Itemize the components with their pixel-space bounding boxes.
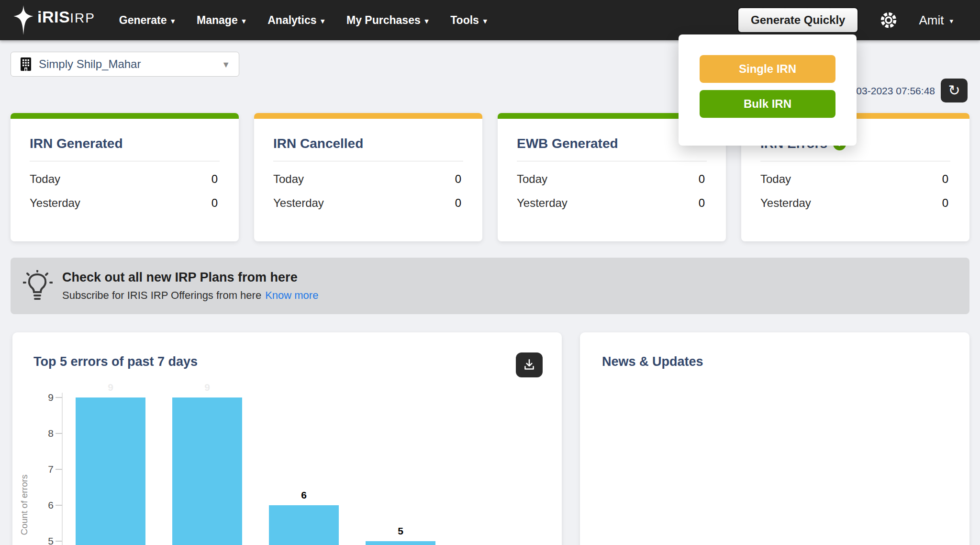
stat-row-today: Today 0	[760, 167, 950, 191]
y-axis-tick-label: 6	[33, 500, 54, 511]
navbar-right: Generate Quickly Amit ▾	[737, 7, 953, 33]
y-axis-tick-mark	[56, 469, 62, 470]
menu-label: Analytics	[267, 14, 316, 27]
news-title: News & Updates	[602, 354, 703, 369]
banner-subtitle-text: Subscribe for IRIS IRP Offerings from he…	[62, 289, 261, 301]
stat-value: 0	[455, 196, 463, 210]
dashboard-page: iRISIRP Generate ▾ Manage ▾ Analytics ▾ …	[0, 0, 980, 545]
menu-item-analytics[interactable]: Analytics ▾	[267, 14, 324, 27]
refresh-icon: ↻	[948, 83, 960, 98]
irp-plans-banner: Check out all new IRP Plans from here Su…	[11, 258, 969, 314]
stat-value: 0	[212, 172, 220, 186]
bar	[269, 505, 339, 545]
chevron-down-icon: ▾	[483, 17, 487, 24]
brand-name: iRIS	[37, 8, 70, 26]
menu-label: Generate	[119, 14, 167, 27]
stat-value: 0	[699, 196, 707, 210]
stat-value: 0	[212, 196, 220, 210]
building-icon	[20, 57, 32, 71]
chevron-down-icon: ▾	[321, 17, 325, 24]
stat-value: 0	[942, 196, 950, 210]
card-title: IRN Cancelled	[273, 136, 463, 151]
card-accent-bar	[254, 113, 482, 119]
menu-label: Tools	[450, 14, 479, 27]
y-axis-tick-mark	[56, 541, 62, 542]
stat-value: 0	[699, 172, 707, 186]
stat-label: Yesterday	[30, 196, 80, 210]
user-name: Amit	[919, 13, 944, 28]
company-selector-value: Simply Shilp_Mahar	[39, 57, 222, 71]
y-axis-tick-label: 7	[33, 464, 54, 475]
chevron-down-icon: ▾	[949, 17, 953, 24]
stat-label: Today	[30, 172, 60, 186]
y-axis-tick-mark	[56, 505, 62, 506]
y-axis-tick-label: 8	[33, 428, 54, 439]
bar-value-label: 9	[172, 382, 242, 393]
stat-value: 0	[942, 172, 950, 186]
stat-row-yesterday: Yesterday 0	[517, 191, 707, 215]
news-updates-card: News & Updates	[580, 332, 969, 545]
chevron-down-icon: ▾	[171, 17, 175, 24]
stat-row-today: Today 0	[517, 167, 707, 191]
main-menu: Generate ▾ Manage ▾ Analytics ▾ My Purch…	[119, 14, 487, 27]
stat-row-yesterday: Yesterday 0	[30, 191, 220, 215]
banner-subtitle: Subscribe for IRIS IRP Offerings from he…	[62, 289, 318, 302]
bulk-irn-button[interactable]: Bulk IRN	[700, 90, 835, 118]
single-irn-button[interactable]: Single IRN	[700, 55, 835, 83]
menu-item-manage[interactable]: Manage ▾	[197, 14, 245, 27]
stat-label: Yesterday	[760, 196, 811, 210]
stat-label: Today	[273, 172, 304, 186]
stat-label: Yesterday	[273, 196, 324, 210]
bar-value-label: 5	[366, 525, 435, 537]
stat-value: 0	[455, 172, 463, 186]
menu-item-tools[interactable]: Tools ▾	[450, 14, 487, 27]
stat-row-today: Today 0	[273, 167, 463, 191]
divider	[760, 161, 950, 161]
stat-label: Yesterday	[517, 196, 568, 210]
menu-item-generate[interactable]: Generate ▾	[119, 14, 175, 27]
generate-quickly-button[interactable]: Generate Quickly	[737, 7, 858, 33]
divider	[30, 161, 220, 161]
divider	[273, 161, 463, 161]
bar	[172, 397, 242, 545]
menu-item-my-purchases[interactable]: My Purchases ▾	[346, 14, 428, 27]
stat-row-yesterday: Yesterday 0	[273, 191, 463, 215]
menu-label: My Purchases	[346, 14, 421, 27]
chevron-down-icon: ▾	[242, 17, 246, 24]
y-axis-title: Count of errors	[19, 462, 30, 545]
brand-logo[interactable]: iRISIRP	[12, 5, 95, 35]
card-irn-cancelled: IRN Cancelled Today 0 Yesterday 0	[254, 113, 482, 241]
generate-quickly-popup: Single IRN Bulk IRN	[679, 34, 857, 146]
y-axis-tick-mark	[56, 433, 62, 434]
stat-row-today: Today 0	[30, 167, 220, 191]
y-axis-tick-mark	[56, 397, 62, 398]
bar	[76, 397, 145, 545]
bar-value-label: 6	[269, 489, 339, 501]
card-accent-bar	[11, 113, 239, 119]
settings-gear-icon[interactable]	[879, 10, 899, 30]
menu-label: Manage	[197, 14, 238, 27]
bar-value-label: 9	[76, 382, 145, 393]
user-menu[interactable]: Amit ▾	[919, 13, 953, 28]
know-more-link[interactable]: Know more	[265, 289, 318, 301]
chevron-down-icon: ▼	[222, 60, 230, 69]
bar	[366, 541, 435, 545]
card-irn-generated: IRN Generated Today 0 Yesterday 0	[11, 113, 239, 241]
chevron-down-icon: ▾	[425, 17, 429, 24]
company-selector[interactable]: Simply Shilp_Mahar ▼	[11, 52, 239, 77]
refresh-button[interactable]: ↻	[941, 79, 968, 102]
brand-text: iRISIRP	[37, 9, 95, 25]
divider	[517, 161, 707, 161]
y-axis-tick-label: 9	[33, 392, 54, 403]
banner-title: Check out all new IRP Plans from here	[62, 270, 318, 285]
card-title: IRN Generated	[30, 136, 220, 151]
y-axis-tick-label: 5	[33, 535, 54, 545]
brand-suffix: IRP	[70, 11, 95, 25]
stat-label: Today	[517, 172, 547, 186]
sparkle-star-icon	[12, 5, 34, 35]
top-errors-chart-card: Top 5 errors of past 7 days Count of err…	[12, 332, 562, 545]
stat-row-yesterday: Yesterday 0	[760, 191, 950, 215]
lightbulb-icon	[23, 270, 53, 302]
stat-label: Today	[760, 172, 791, 186]
bar-plot: Count of errors 987659965	[12, 332, 562, 545]
